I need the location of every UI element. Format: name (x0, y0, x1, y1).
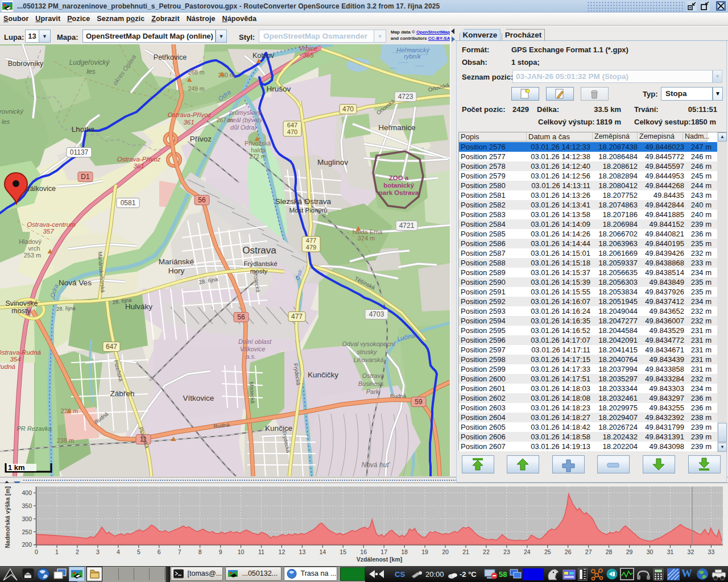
svg-text:8: 8 (198, 548, 202, 555)
svg-text:0581: 0581 (121, 199, 136, 207)
svg-text:Rudná: Rudná (0, 363, 16, 370)
svg-text:vrch: vrch (28, 245, 40, 252)
svg-text:253 m: 253 m (24, 252, 42, 259)
svg-text:Business: Business (358, 380, 384, 387)
svg-text:01137: 01137 (70, 148, 89, 156)
svg-text:33: 33 (708, 548, 715, 555)
svg-text:1 km: 1 km (8, 463, 25, 472)
svg-text:267 m: 267 m (216, 117, 233, 123)
svg-text:Zábřeh: Zábřeh (110, 389, 135, 398)
svg-text:4723: 4723 (398, 93, 413, 101)
svg-text:357: 357 (43, 228, 54, 235)
svg-text:Vítkovice: Vítkovice (240, 346, 266, 352)
svg-text:Dolní oblast: Dolní oblast (238, 338, 272, 345)
svg-text:Frýdlantské: Frýdlantské (243, 260, 277, 267)
svg-text:21: 21 (462, 548, 469, 555)
svg-text:Ostrava-Přívoz: Ostrava-Přívoz (168, 111, 212, 118)
svg-text:Ludgeřovický: Ludgeřovický (69, 59, 110, 66)
svg-text:11: 11 (258, 548, 264, 555)
svg-text:2: 2 (76, 548, 79, 555)
svg-text:průmyslový: průmyslový (229, 109, 262, 116)
svg-text:477: 477 (291, 313, 303, 321)
svg-text:470: 470 (342, 105, 354, 113)
svg-text:Odval vysokopecní: Odval vysokopecní (342, 340, 396, 347)
svg-text:470: 470 (287, 128, 297, 135)
svg-text:23: 23 (503, 548, 510, 555)
svg-text:Hulváky: Hulváky (125, 302, 152, 311)
svg-text:Ostrava: Ostrava (362, 372, 384, 379)
svg-text:12: 12 (279, 548, 286, 555)
svg-text:365: 365 (303, 52, 314, 59)
svg-text:56: 56 (237, 313, 245, 321)
svg-text:19: 19 (421, 548, 428, 555)
svg-text:mosty: mosty (11, 307, 31, 315)
svg-text:Ostrava-Rudná: Ostrava-Rudná (0, 349, 42, 356)
svg-text:647: 647 (106, 343, 117, 351)
svg-text:Bobrovníky: Bobrovníky (8, 60, 44, 68)
svg-text:361: 361 (133, 163, 144, 169)
svg-text:Muglinov: Muglinov (317, 158, 348, 167)
svg-text:PR Rezavka: PR Rezavka (16, 425, 51, 432)
svg-text:17: 17 (380, 548, 387, 555)
svg-text:272 m: 272 m (249, 153, 266, 160)
svg-text:28: 28 (606, 548, 613, 555)
svg-text:Hory: Hory (168, 267, 185, 275)
svg-text:botanický: botanický (383, 182, 414, 189)
svg-text:32: 32 (688, 548, 694, 555)
svg-text:14: 14 (319, 548, 326, 555)
svg-text:Rudná: Rudná (390, 393, 407, 399)
svg-text:300: 300 (22, 516, 32, 522)
svg-text:30: 30 (647, 548, 653, 555)
svg-text:Hladový: Hladový (19, 238, 42, 245)
svg-text:Hrušov: Hrušov (267, 85, 291, 93)
svg-text:5: 5 (137, 548, 140, 555)
svg-text:7: 7 (178, 548, 181, 555)
svg-text:Nová huť: Nová huť (362, 461, 391, 469)
svg-text:rybník: rybník (404, 53, 421, 60)
svg-text:0: 0 (35, 548, 38, 555)
svg-text:důl Odra): důl Odra) (230, 124, 257, 131)
svg-text:les: les (2, 118, 10, 125)
svg-text:15: 15 (340, 548, 346, 555)
svg-text:647: 647 (287, 122, 297, 128)
svg-text:Ostrava: Ostrava (242, 245, 276, 256)
svg-text:361: 361 (183, 119, 194, 126)
svg-text:22: 22 (483, 548, 490, 555)
svg-text:Park: Park (366, 388, 379, 395)
svg-text:les: les (86, 68, 95, 76)
svg-text:16: 16 (360, 548, 367, 555)
svg-text:Ostrava-centrum: Ostrava-centrum (27, 221, 76, 228)
svg-text:Svinovské: Svinovské (6, 300, 38, 307)
svg-text:4721: 4721 (399, 222, 415, 230)
svg-text:a.s.: a.s. (246, 353, 256, 360)
svg-text:Nová Ves: Nová Ves (59, 278, 92, 287)
svg-text:479: 479 (306, 244, 316, 251)
svg-text:Most Pionýrů: Most Pionýrů (289, 207, 327, 214)
svg-text:Ostrava-Přívoz: Ostrava-Přívoz (117, 156, 161, 163)
svg-text:249 m: 249 m (188, 85, 204, 92)
svg-text:13: 13 (299, 548, 306, 555)
svg-text:3: 3 (96, 548, 100, 555)
svg-text:Vzdálenost [km]: Vzdálenost [km] (357, 556, 403, 563)
svg-text:29: 29 (626, 548, 633, 555)
svg-text:Nadmořská výška [m]: Nadmořská výška [m] (4, 487, 11, 548)
svg-text:20: 20 (442, 548, 449, 555)
svg-text:31: 31 (667, 548, 674, 555)
svg-text:350: 350 (22, 502, 32, 509)
svg-text:4: 4 (117, 548, 120, 555)
svg-text:Lhotka: Lhotka (72, 125, 95, 134)
svg-text:Slezská Ostrava: Slezská Ostrava (275, 197, 332, 206)
svg-text:9: 9 (219, 548, 222, 555)
svg-text:25: 25 (544, 548, 551, 555)
svg-text:Kunčice: Kunčice (265, 424, 292, 433)
svg-text:6: 6 (158, 548, 161, 555)
svg-text:477: 477 (306, 237, 316, 244)
svg-text:200: 200 (22, 541, 32, 548)
svg-text:24: 24 (524, 548, 531, 555)
svg-text:Heřmanice: Heřmanice (378, 123, 415, 132)
svg-text:59: 59 (415, 398, 423, 406)
svg-text:18: 18 (401, 548, 408, 555)
svg-text:27: 27 (585, 548, 592, 555)
svg-text:Přívoz: Přívoz (190, 135, 212, 143)
svg-text:park Ostrava: park Ostrava (379, 189, 419, 196)
